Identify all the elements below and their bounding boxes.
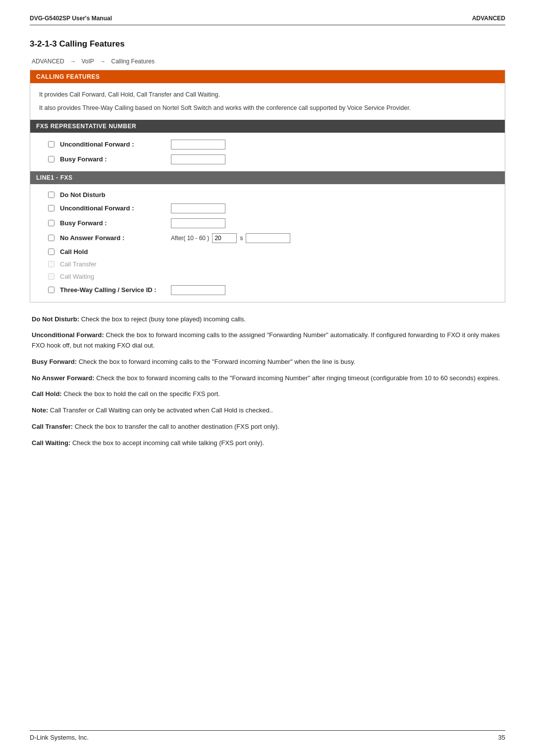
breadcrumb-arrow-2: → <box>100 58 107 65</box>
ch-row: Call Hold <box>45 248 490 255</box>
naf-number-input[interactable] <box>246 233 290 243</box>
3wc-row: Three-Way Calling / Service ID : <box>45 285 490 295</box>
dnd-label: Do Not Disturb <box>57 191 171 199</box>
fxs-uf-label: Unconditional Forward : <box>57 141 171 148</box>
naf-timer-input[interactable] <box>212 233 237 243</box>
bf-checkbox[interactable] <box>48 220 54 226</box>
bf-label: Busy Forward : <box>57 219 171 227</box>
desc-bf: Busy Forward: Check the box to forward i… <box>32 357 503 367</box>
desc-cw-bold: Call Waiting: <box>32 439 70 447</box>
footer-left: D-Link Systems, Inc. <box>30 734 89 741</box>
breadcrumb-part-3: Calling Features <box>111 58 155 65</box>
footer-bar: D-Link Systems, Inc. 35 <box>30 730 505 741</box>
dnd-row: Do Not Disturb <box>45 191 490 199</box>
fxs-rep-body: Unconditional Forward : Busy Forward : <box>30 133 505 171</box>
dnd-checkbox-cell <box>45 192 57 198</box>
ct-checkbox-cell <box>45 261 57 267</box>
header-right: ADVANCED <box>472 15 505 22</box>
desc-note-bold: Note: <box>32 406 48 414</box>
fxs-uf-input-cell <box>171 140 225 150</box>
uf-label: Unconditional Forward : <box>57 204 171 212</box>
breadcrumb-part-2: VoIP <box>81 58 94 65</box>
3wc-checkbox[interactable] <box>48 287 54 293</box>
desc-note-text: Call Transfer or Call Waiting can only b… <box>50 406 273 414</box>
naf-checkbox[interactable] <box>48 235 54 241</box>
uf-checkbox-cell <box>45 205 57 211</box>
cw-checkbox[interactable] <box>48 273 54 280</box>
desc-ct-bold: Call Transfer: <box>32 423 73 430</box>
desc-ch-text: Check the box to hold the call on the sp… <box>63 390 220 398</box>
uf-input-cell <box>171 203 225 213</box>
uf-checkbox[interactable] <box>48 205 54 211</box>
desc-bf-text: Check the box to forward incoming calls … <box>79 358 356 365</box>
desc-uf: Unconditional Forward: Check the box to … <box>32 330 503 351</box>
fxs-bf-input[interactable] <box>171 154 225 164</box>
fxs-bf-label: Busy Forward : <box>57 155 171 163</box>
calling-features-header: Calling Features <box>30 70 505 83</box>
desc-naf: No Answer Forward: Check the box to forw… <box>32 373 503 384</box>
dnd-checkbox[interactable] <box>48 192 54 198</box>
naf-after-label: After( 10 - 60 ) <box>171 235 209 242</box>
naf-label: No Answer Forward : <box>57 234 171 242</box>
ct-label: Call Transfer <box>57 260 171 268</box>
fxs-uf-row: Unconditional Forward : <box>45 140 490 150</box>
naf-row: No Answer Forward : After( 10 - 60 ) s <box>45 233 490 243</box>
desc-cw-text: Check the box to accept incoming call wh… <box>72 439 264 447</box>
line1-body: Do Not Disturb Unconditional Forward : B… <box>30 184 505 302</box>
cw-checkbox-cell <box>45 273 57 280</box>
ct-checkbox[interactable] <box>48 261 54 267</box>
ch-checkbox[interactable] <box>48 249 54 255</box>
footer-right: 35 <box>498 734 505 741</box>
naf-input-cell: After( 10 - 60 ) s <box>171 233 290 243</box>
ct-row: Call Transfer <box>45 260 490 268</box>
naf-checkbox-cell <box>45 235 57 241</box>
3wc-label: Three-Way Calling / Service ID : <box>57 286 171 294</box>
footer-company: D-Link Systems, Inc. <box>30 734 89 741</box>
3wc-input-cell <box>171 285 225 295</box>
breadcrumb-arrow-1: → <box>70 58 77 65</box>
uf-row: Unconditional Forward : <box>45 203 490 213</box>
desc-ct: Call Transfer: Check the box to transfer… <box>32 422 503 432</box>
desc-note: Note: Call Transfer or Call Waiting can … <box>32 405 503 416</box>
fxs-rep-header: FXS Representative Number <box>30 120 505 133</box>
fxs-bf-input-cell <box>171 154 225 164</box>
desc-naf-bold: No Answer Forward: <box>32 374 95 382</box>
desc-ct-text: Check the box to transfer the call to an… <box>75 423 279 430</box>
calling-features-body: It provides Call Forward, Call Hold, Cal… <box>30 83 505 120</box>
desc-dnd-text: Check the box to reject (busy tone playe… <box>81 315 246 323</box>
desc-ch: Call Hold: Check the box to hold the cal… <box>32 389 503 400</box>
bf-input-cell <box>171 218 225 228</box>
desc-dnd-bold: Do Not Disturb: <box>32 315 79 323</box>
uf-input[interactable] <box>171 203 225 213</box>
line1-header: LINE1 - FXS <box>30 171 505 184</box>
footer-page: 35 <box>498 734 505 741</box>
breadcrumb: ADVANCED → VoIP → Calling Features <box>30 58 505 65</box>
fxs-bf-checkbox[interactable] <box>48 156 54 162</box>
calling-features-line1: It provides Call Forward, Call Hold, Cal… <box>39 90 496 100</box>
main-panel: Calling Features It provides Call Forwar… <box>30 70 505 302</box>
fxs-uf-checkbox-cell <box>45 141 57 148</box>
header-bar: DVG-G5402SP User's Manual ADVANCED <box>30 15 505 25</box>
desc-ch-bold: Call Hold: <box>32 390 62 398</box>
fxs-uf-checkbox[interactable] <box>48 141 54 148</box>
fxs-bf-checkbox-cell <box>45 156 57 162</box>
3wc-input[interactable] <box>171 285 225 295</box>
breadcrumb-part-1: ADVANCED <box>32 58 64 65</box>
ch-label: Call Hold <box>57 248 171 255</box>
naf-unit-label: s <box>240 235 243 242</box>
page: DVG-G5402SP User's Manual ADVANCED 3-2-1… <box>0 0 535 756</box>
descriptions-section: Do Not Disturb: Check the box to reject … <box>30 314 505 449</box>
ch-checkbox-cell <box>45 249 57 255</box>
fxs-uf-input[interactable] <box>171 140 225 150</box>
section-title: 3-2-1-3 Calling Features <box>30 39 505 49</box>
cw-label: Call Waiting <box>57 273 171 280</box>
desc-bf-bold: Busy Forward: <box>32 358 77 365</box>
bf-row: Busy Forward : <box>45 218 490 228</box>
3wc-checkbox-cell <box>45 287 57 293</box>
desc-naf-text: Check the box to forward incoming calls … <box>96 374 500 382</box>
bf-input[interactable] <box>171 218 225 228</box>
header-left: DVG-G5402SP User's Manual <box>30 15 112 22</box>
cw-row: Call Waiting <box>45 273 490 280</box>
desc-dnd: Do Not Disturb: Check the box to reject … <box>32 314 503 325</box>
desc-cw: Call Waiting: Check the box to accept in… <box>32 438 503 449</box>
